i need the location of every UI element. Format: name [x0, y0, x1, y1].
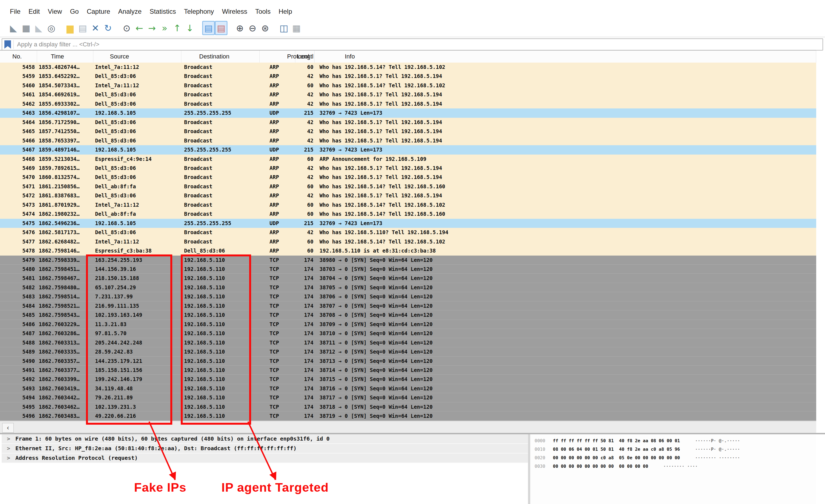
- hex-row[interactable]: 0000ff ff ff ff ff ff 50 81 40 f8 2e aa …: [530, 436, 816, 445]
- close-capture-icon[interactable]: ✕: [89, 21, 102, 35]
- packet-cell-destination: Broadcast: [181, 63, 259, 72]
- column-header-info[interactable]: Info: [314, 51, 816, 63]
- menu-item-analyze[interactable]: Analyze: [118, 8, 142, 15]
- detail-row[interactable]: >Ethernet II, Src: HP_f8:2e:aa (50:81:40…: [2, 444, 528, 453]
- menu-item-statistics[interactable]: Statistics: [149, 8, 176, 15]
- packet-row[interactable]: 54671859.4897146…192.168.5.105255.255.25…: [0, 145, 816, 154]
- packet-cell-length: 215: [295, 108, 314, 117]
- packet-row[interactable]: 54711861.2150856…Dell_ab:8f:faBroadcastA…: [0, 182, 816, 191]
- menu-item-help[interactable]: Help: [279, 8, 292, 15]
- zoom-in-icon[interactable]: ⊕: [233, 21, 246, 35]
- packet-row[interactable]: 54721861.8387683…Dell_85:d3:06BroadcastA…: [0, 191, 816, 200]
- column-header-protocol[interactable]: Protocol: [259, 51, 295, 63]
- packet-cell-info: 38708 → 0 [SYN] Seq=0 Win=64 Len=120: [314, 311, 816, 320]
- packet-cell-info: 38709 → 0 [SYN] Seq=0 Win=64 Len=120: [314, 320, 816, 329]
- packet-cell-time: 1862.6268482…: [37, 237, 93, 246]
- packet-row[interactable]: 54771862.6268482…Intel_7a:11:12Broadcast…: [0, 237, 816, 246]
- find-packet-icon[interactable]: ⊙: [120, 21, 133, 35]
- hex-row[interactable]: 002000 00 00 00 00 00 c0 a8 05 0e 00 00 …: [530, 453, 816, 462]
- packet-cell-no: 5478: [0, 246, 37, 255]
- packet-cell-time: 1862.5817173…: [37, 228, 93, 237]
- colorize-packets-icon[interactable]: ▤: [202, 21, 215, 35]
- restart-capture-icon[interactable]: ◣: [32, 21, 45, 35]
- packet-cell-info: Who has 192.168.5.14? Tell 192.168.5.102: [314, 200, 816, 209]
- auto-scroll-icon[interactable]: ▤: [215, 21, 227, 35]
- packet-row[interactable]: 54681859.5213034…Espressif_c4:9e:14Broad…: [0, 155, 816, 164]
- packet-cell-time: 1862.7603286…: [37, 329, 93, 338]
- packet-row[interactable]: 54661858.7653397…Dell_85:d3:06BroadcastA…: [0, 136, 816, 145]
- packet-cell-length: 174: [295, 338, 314, 347]
- menu-item-view[interactable]: View: [48, 8, 62, 15]
- packet-cell-time: 1854.6692619…: [37, 90, 93, 99]
- menu-item-file[interactable]: File: [10, 8, 21, 15]
- display-filter-bar[interactable]: Apply a display filter ... <Ctrl-/>: [2, 38, 823, 51]
- resize-columns-icon[interactable]: ◫: [278, 21, 290, 35]
- hex-row[interactable]: 003000 00 00 00 00 00 00 00 00 00 00 00·…: [530, 462, 816, 471]
- packet-row[interactable]: 54651857.7412550…Dell_85:d3:06BroadcastA…: [0, 127, 816, 136]
- menu-item-wireless[interactable]: Wireless: [222, 8, 247, 15]
- packet-row[interactable]: 54591853.6452292…Dell_85:d3:06BroadcastA…: [0, 72, 816, 81]
- packet-cell-length: 174: [295, 412, 314, 421]
- go-back-icon[interactable]: ←: [133, 21, 146, 35]
- column-header-destination[interactable]: Destination: [181, 51, 259, 63]
- packet-row[interactable]: 54601854.5073343…Intel_7a:11:12Broadcast…: [0, 81, 816, 90]
- packet-cell-time: 1858.7653397…: [37, 136, 93, 145]
- packet-row[interactable]: 54631856.4298107…192.168.5.105255.255.25…: [0, 108, 816, 117]
- column-header-time[interactable]: Time: [37, 51, 93, 63]
- packet-cell-length: 60: [295, 81, 314, 90]
- packet-cell-time: 1862.7603483…: [37, 412, 93, 421]
- zoom-reset-icon[interactable]: ⊛: [259, 21, 272, 35]
- packet-row[interactable]: 54761862.5817173…Dell_85:d3:06BroadcastA…: [0, 228, 816, 237]
- go-forward-icon[interactable]: →: [146, 21, 158, 35]
- packet-cell-info: 38717 → 0 [SYN] Seq=0 Win=64 Len=120: [314, 393, 816, 402]
- packet-row[interactable]: 54701860.8132574…Dell_85:d3:06BroadcastA…: [0, 173, 816, 182]
- menu-item-go[interactable]: Go: [70, 8, 79, 15]
- save-file-icon[interactable]: ▤: [76, 21, 89, 35]
- packet-row[interactable]: 54611854.6692619…Dell_85:d3:06BroadcastA…: [0, 90, 816, 99]
- column-header-source[interactable]: Source: [93, 51, 181, 63]
- column-header-no[interactable]: No.: [0, 51, 37, 63]
- filter-bookmark-icon[interactable]: [4, 40, 11, 49]
- packet-row[interactable]: 54621855.6933302…Dell_85:d3:06BroadcastA…: [0, 99, 816, 108]
- open-file-icon[interactable]: ▆: [64, 21, 76, 35]
- packet-cell-source: Intel_7a:11:12: [93, 81, 181, 90]
- hex-row[interactable]: 001008 00 06 04 00 01 50 81 40 f8 2e aa …: [530, 445, 816, 453]
- zoom-out-icon[interactable]: ⊖: [246, 21, 259, 35]
- menu-item-telephony[interactable]: Telephony: [184, 8, 214, 15]
- wireshark-window: FileEditViewGoCaptureAnalyzeStatisticsTe…: [0, 0, 825, 504]
- packet-row[interactable]: 54691859.7892615…Dell_85:d3:06BroadcastA…: [0, 164, 816, 173]
- display-columns-icon[interactable]: ▦: [290, 21, 303, 35]
- detail-row[interactable]: >Frame 1: 60 bytes on wire (480 bits), 6…: [2, 434, 528, 444]
- menu-item-tools[interactable]: Tools: [255, 8, 271, 15]
- packet-cell-length: 42: [295, 127, 314, 136]
- menu-item-edit[interactable]: Edit: [28, 8, 40, 15]
- vertical-pane-splitter[interactable]: [528, 434, 530, 504]
- expander-icon[interactable]: >: [2, 444, 15, 453]
- expander-icon[interactable]: >: [2, 453, 15, 463]
- go-to-packet-icon[interactable]: »: [158, 21, 171, 35]
- display-filter-input[interactable]: Apply a display filter ... <Ctrl-/>: [17, 41, 99, 48]
- packet-cell-source: Intel_7a:11:12: [93, 63, 181, 72]
- start-capture-icon[interactable]: ◣: [7, 21, 20, 35]
- menu-item-capture[interactable]: Capture: [87, 8, 110, 15]
- expander-icon[interactable]: >: [2, 434, 15, 443]
- packet-row[interactable]: 54781862.7598146…Espressif_c3:ba:38Dell_…: [0, 246, 816, 255]
- packet-cell-destination: Broadcast: [181, 99, 259, 108]
- packet-row[interactable]: 54641856.7172590…Dell_85:d3:06BroadcastA…: [0, 118, 816, 127]
- hex-offset: 0010: [530, 447, 545, 452]
- packet-row[interactable]: 54581853.4826744…Intel_7a:11:12Broadcast…: [0, 63, 816, 72]
- packet-cell-source: Dell_ab:8f:fa: [93, 209, 181, 219]
- packet-row[interactable]: 54731861.8701929…Intel_7a:11:12Broadcast…: [0, 200, 816, 209]
- scroll-left-button[interactable]: ‹: [2, 423, 14, 433]
- capture-options-icon[interactable]: ◎: [45, 21, 58, 35]
- go-to-top-icon[interactable]: ↑: [171, 21, 183, 35]
- packet-row[interactable]: 54741862.1980232…Dell_ab:8f:faBroadcastA…: [0, 209, 816, 219]
- packet-cell-protocol: UDP: [259, 108, 295, 117]
- go-to-bottom-icon[interactable]: ↓: [183, 21, 196, 35]
- packet-row[interactable]: 54751862.5496236…192.168.5.105255.255.25…: [0, 219, 816, 228]
- packet-cell-info: 38713 → 0 [SYN] Seq=0 Win=64 Len=120: [314, 357, 816, 366]
- stop-capture-icon[interactable]: ■: [20, 21, 32, 35]
- packet-cell-destination: Broadcast: [181, 72, 259, 81]
- reload-capture-icon[interactable]: ↻: [102, 21, 114, 35]
- column-header-length[interactable]: Lengtl: [295, 51, 314, 63]
